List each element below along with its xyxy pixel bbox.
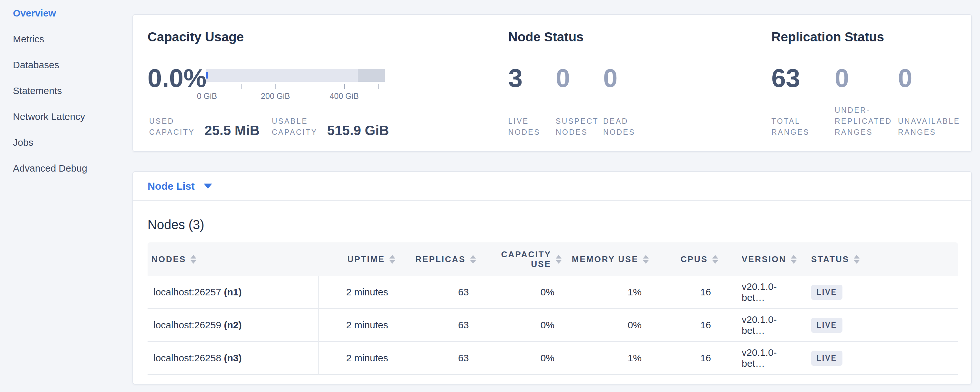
capacity-gauge-track [206, 69, 385, 82]
sort-icon [791, 255, 797, 264]
axis-tick [310, 84, 310, 89]
replication-status-section: Replication Status 63 0 0 TOTAL RANGES U… [772, 15, 971, 151]
column-header-label: VERSION [742, 254, 786, 265]
column-header-label: CPUS [681, 254, 708, 265]
node-id: (n1) [224, 287, 242, 297]
uptime-cell: 2 minutes [319, 309, 404, 342]
axis-tick [275, 84, 276, 89]
nodes-table: NODES UPTIME REPLICAS [148, 242, 958, 375]
sidebar-item-metrics[interactable]: Metrics [13, 26, 129, 52]
usable-capacity-value: 515.9 GiB [327, 123, 389, 138]
sort-icon [390, 255, 395, 264]
axis-tick [344, 84, 345, 89]
replication-status-title: Replication Status [772, 29, 971, 45]
replicas-cell: 63 [404, 309, 485, 342]
memory-use-cell: 1% [571, 276, 658, 309]
sidebar-item-databases[interactable]: Databases [13, 52, 129, 78]
node-id: (n2) [224, 320, 242, 330]
nodes-count-heading: Nodes (3) [148, 217, 971, 232]
version-cell: v20.1.0-bet… [727, 309, 795, 342]
node-status-section: Node Status 3 0 0 LIVE NODES SUSPECT NOD… [508, 15, 772, 151]
column-header-label: UPTIME [347, 254, 385, 265]
used-capacity-label: USED CAPACITY [149, 116, 195, 138]
cluster-summary-panel: Capacity Usage 0.0% 0 GiB 200 GiB 400 Gi… [132, 14, 972, 152]
column-header-uptime[interactable]: UPTIME [319, 242, 404, 276]
total-ranges-value: 63 [772, 65, 835, 91]
memory-use-cell: 0% [571, 309, 658, 342]
uptime-cell: 2 minutes [319, 276, 404, 309]
column-header-label: MEMORY USE [572, 254, 638, 265]
node-address: localhost:26258 [153, 352, 221, 363]
node-address-cell[interactable]: localhost:26258 (n3) [148, 342, 319, 374]
version-cell: v20.1.0-bet… [727, 276, 795, 309]
node-id: (n3) [224, 352, 242, 363]
column-header-label: CAPACITY USE [501, 250, 551, 269]
total-ranges-label: TOTAL RANGES [772, 116, 835, 138]
usable-capacity-label: USABLE CAPACITY [272, 116, 317, 138]
cpus-cell: 16 [658, 276, 727, 309]
table-row: localhost:26258 (n3) 2 minutes 63 0% 1% … [148, 342, 958, 374]
unavailable-ranges-value: 0 [898, 65, 961, 91]
suspect-nodes-value: 0 [556, 65, 603, 91]
node-status-title: Node Status [508, 29, 772, 45]
caret-down-icon [204, 183, 212, 189]
capacity-gauge: 0 GiB 200 GiB 400 GiB [206, 69, 385, 91]
status-badge: LIVE [811, 351, 842, 366]
sort-icon [191, 255, 196, 264]
node-list-panel: Node List Nodes (3) NODES UPTIME [132, 171, 972, 384]
sidebar-item-network-latency[interactable]: Network Latency [13, 104, 129, 130]
node-list-dropdown[interactable]: Node List [148, 180, 212, 192]
under-replicated-ranges-value: 0 [835, 65, 898, 91]
sidebar-item-statements[interactable]: Statements [13, 78, 129, 104]
axis-tick [379, 84, 379, 89]
live-nodes-value: 3 [508, 65, 556, 91]
column-header-memory-use[interactable]: MEMORY USE [571, 242, 658, 276]
sidebar-item-advanced-debug[interactable]: Advanced Debug [13, 155, 129, 181]
capacity-usage-title: Capacity Usage [148, 29, 508, 45]
replicas-cell: 63 [404, 276, 485, 309]
sort-icon [556, 255, 562, 264]
column-header-nodes[interactable]: NODES [148, 242, 319, 276]
axis-tick-label: 0 GiB [197, 91, 217, 101]
sort-icon [643, 255, 649, 264]
column-header-label: NODES [151, 254, 186, 265]
node-address: localhost:26259 [153, 320, 221, 330]
node-address-cell[interactable]: localhost:26259 (n2) [148, 309, 319, 342]
column-header-capacity-use[interactable]: CAPACITY USE [485, 242, 571, 276]
sort-icon [712, 255, 718, 264]
capacity-use-cell: 0% [485, 342, 571, 374]
axis-tick [241, 84, 242, 89]
suspect-nodes-label: SUSPECT NODES [556, 116, 603, 138]
cpus-cell: 16 [658, 342, 727, 374]
version-cell: v20.1.0-bet… [727, 342, 795, 374]
sort-icon [470, 255, 476, 264]
dead-nodes-value: 0 [603, 65, 651, 91]
node-list-dropdown-label: Node List [148, 180, 195, 192]
sort-icon [854, 255, 859, 264]
unavailable-ranges-label: UNAVAILABLE RANGES [898, 116, 961, 138]
sidebar-item-overview[interactable]: Overview [13, 0, 129, 26]
node-address-cell[interactable]: localhost:26257 (n1) [148, 276, 319, 309]
replicas-cell: 63 [404, 342, 485, 374]
column-header-cpus[interactable]: CPUS [658, 242, 727, 276]
node-address: localhost:26257 [153, 287, 221, 297]
status-cell: LIVE [795, 342, 958, 374]
status-cell: LIVE [795, 309, 958, 342]
capacity-gauge-used-segment [206, 72, 208, 78]
sidebar-item-jobs[interactable]: Jobs [13, 130, 129, 155]
column-header-status[interactable]: STATUS [795, 242, 958, 276]
live-nodes-label: LIVE NODES [508, 116, 556, 138]
column-header-replicas[interactable]: REPLICAS [404, 242, 485, 276]
capacity-usage-section: Capacity Usage 0.0% 0 GiB 200 GiB 400 Gi… [133, 15, 508, 151]
dead-nodes-label: DEAD NODES [603, 116, 651, 138]
axis-tick [207, 84, 207, 89]
memory-use-cell: 1% [571, 342, 658, 374]
under-replicated-ranges-label: UNDER- REPLICATED RANGES [835, 105, 898, 138]
column-header-label: STATUS [811, 254, 849, 265]
column-header-version[interactable]: VERSION [727, 242, 795, 276]
capacity-gauge-nonusable-segment [358, 69, 385, 82]
axis-tick-label: 400 GiB [330, 91, 359, 101]
uptime-cell: 2 minutes [319, 342, 404, 374]
table-row: localhost:26257 (n1) 2 minutes 63 0% 1% … [148, 276, 958, 309]
axis-tick-label: 200 GiB [261, 91, 290, 101]
